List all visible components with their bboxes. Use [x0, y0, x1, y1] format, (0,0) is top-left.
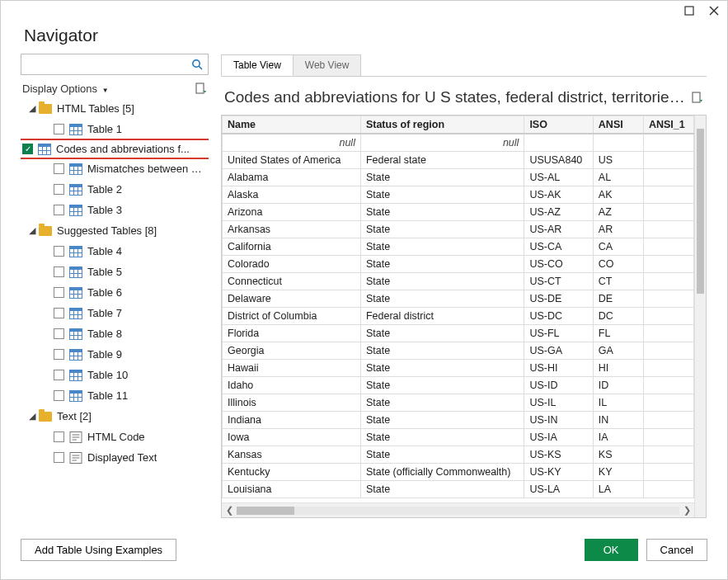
tree-item-checkbox[interactable]	[54, 205, 64, 215]
scroll-track[interactable]	[237, 507, 679, 515]
table-row[interactable]: IndianaStateUS-ININ	[223, 412, 694, 429]
close-icon[interactable]	[709, 6, 719, 16]
tree-item[interactable]: Table 10	[21, 365, 209, 385]
tree-item-checkbox[interactable]	[54, 390, 64, 401]
expander-icon[interactable]: ◢	[27, 411, 37, 422]
expander-icon[interactable]: ◢	[27, 225, 37, 236]
table-row[interactable]: CaliforniaStateUS-CACA	[223, 238, 694, 256]
table-row[interactable]: IowaStateUS-IAIA	[223, 429, 694, 446]
dialog-body: Display Options ▼ ◢HTML Tables [5]Table …	[1, 54, 727, 529]
vertical-scrollbar[interactable]	[694, 116, 706, 517]
table-row[interactable]: GeorgiaStateUS-GAGA	[223, 342, 694, 360]
tree-item[interactable]: Table 2	[21, 179, 209, 200]
tree-item[interactable]: HTML Code	[21, 427, 209, 447]
tree-folder[interactable]: ◢Suggested Tables [8]	[21, 220, 209, 241]
search-input[interactable]	[26, 59, 191, 71]
expander-icon[interactable]: ◢	[27, 103, 37, 114]
table-cell: Illinois	[223, 394, 361, 412]
tree-item[interactable]: Displayed Text	[21, 447, 209, 468]
refresh-icon[interactable]	[194, 82, 207, 95]
scroll-thumb[interactable]	[237, 507, 294, 515]
column-header[interactable]: ISO	[524, 116, 593, 134]
tree-item-label: Displayed Text	[87, 451, 157, 464]
tree-item-label: Table 6	[87, 286, 122, 299]
cancel-button[interactable]: Cancel	[646, 539, 707, 561]
table-row[interactable]: IllinoisStateUS-ILIL	[223, 394, 694, 412]
vscroll-thumb[interactable]	[697, 129, 704, 294]
svg-rect-22	[70, 184, 82, 187]
search-icon[interactable]	[191, 59, 203, 70]
tree-item[interactable]: Table 8	[21, 323, 209, 344]
tree-item[interactable]: Table 1	[21, 119, 209, 139]
navigator-tree[interactable]: ◢HTML Tables [5]Table 1✓Codes and abbrev…	[21, 98, 209, 519]
table-cell: Delaware	[223, 290, 361, 308]
table-row[interactable]: FloridaStateUS-FLFL	[223, 325, 694, 342]
column-header[interactable]: ANSI	[593, 116, 643, 134]
table-row[interactable]: LouisianaStateUS-LALA	[223, 481, 694, 498]
table-cell: State	[360, 221, 524, 238]
display-options-dropdown[interactable]: Display Options ▼	[22, 83, 109, 95]
tree-item[interactable]: Table 6	[21, 282, 209, 303]
tree-item-checkbox[interactable]	[54, 431, 64, 442]
table-cell: State	[360, 446, 524, 464]
tree-item-checkbox[interactable]	[54, 452, 64, 463]
refresh-preview-icon[interactable]	[690, 91, 703, 104]
preview-tab[interactable]: Web View	[293, 54, 362, 76]
tree-item[interactable]: Table 4	[21, 241, 209, 262]
table-row[interactable]: United States of AmericaFederal stateUSU…	[223, 152, 694, 169]
tree-item[interactable]: Table 7	[21, 303, 209, 323]
table-cell: State	[360, 394, 524, 412]
column-header[interactable]: Name	[223, 116, 361, 134]
tree-item-checkbox[interactable]	[54, 349, 64, 360]
tree-item-checkbox[interactable]	[54, 328, 64, 339]
svg-rect-7	[70, 124, 82, 127]
data-grid[interactable]: NameStatus of regionISOANSIANSI_1nullnul…	[222, 116, 694, 498]
table-row[interactable]: KentuckyState (officially Commonwealth)U…	[223, 464, 694, 481]
tree-item-checkbox[interactable]	[54, 124, 64, 134]
tree-item[interactable]: Table 11	[21, 385, 209, 406]
tree-item-checkbox[interactable]	[54, 184, 64, 195]
table-row[interactable]: HawaiiStateUS-HIHI	[223, 360, 694, 377]
column-header[interactable]: Status of region	[360, 116, 524, 134]
table-row[interactable]: AlabamaStateUS-ALAL	[223, 169, 694, 186]
table-row[interactable]: AlaskaStateUS-AKAK	[223, 186, 694, 204]
tree-item[interactable]: Mismatches between USP...	[21, 158, 209, 179]
table-row[interactable]: District of ColumbiaFederal districtUS-D…	[223, 308, 694, 325]
table-row[interactable]: ConnecticutStateUS-CTCT	[223, 273, 694, 290]
tree-item-checkbox[interactable]	[54, 308, 64, 318]
table-row[interactable]: DelawareStateUS-DEDE	[223, 290, 694, 308]
scroll-left-icon[interactable]: ❮	[222, 505, 237, 516]
table-cell: US-IL	[524, 394, 593, 412]
tree-folder[interactable]: ◢HTML Tables [5]	[21, 98, 209, 119]
tree-item[interactable]: Table 5	[21, 262, 209, 282]
ok-button[interactable]: OK	[585, 539, 638, 561]
scroll-right-icon[interactable]: ❯	[679, 505, 694, 516]
table-row[interactable]: ArizonaStateUS-AZAZ	[223, 204, 694, 221]
tree-item-checkbox[interactable]	[54, 370, 64, 380]
table-row[interactable]: ArkansasStateUS-ARAR	[223, 221, 694, 238]
tree-item-checkbox[interactable]	[54, 266, 64, 277]
tree-item[interactable]: Table 3	[21, 200, 209, 220]
tree-item-checkbox[interactable]	[54, 287, 64, 298]
svg-rect-62	[70, 370, 82, 373]
horizontal-scrollbar[interactable]: ❮ ❯	[222, 502, 694, 517]
preview-tab[interactable]: Table View	[221, 54, 294, 76]
add-table-using-examples-button[interactable]: Add Table Using Examples	[21, 539, 176, 561]
column-header[interactable]: ANSI_1	[643, 116, 693, 134]
tree-item[interactable]: ✓Codes and abbreviations f...	[21, 139, 209, 159]
tree-item-checkbox[interactable]	[54, 246, 64, 257]
table-row[interactable]: nullnull	[223, 134, 694, 152]
table-row[interactable]: ColoradoStateUS-COCO	[223, 256, 694, 273]
table-row[interactable]: KansasStateUS-KSKS	[223, 446, 694, 464]
tree-item-checkbox[interactable]: ✓	[22, 144, 33, 154]
table-icon	[69, 328, 82, 340]
tree-item[interactable]: Table 9	[21, 344, 209, 365]
table-row[interactable]: IdahoStateUS-IDID	[223, 377, 694, 394]
search-input-wrapper[interactable]	[21, 54, 209, 75]
tree-folder[interactable]: ◢Text [2]	[21, 406, 209, 427]
table-cell	[643, 134, 693, 152]
table-cell: DE	[593, 290, 643, 308]
maximize-icon[interactable]	[684, 6, 694, 16]
tree-item-checkbox[interactable]	[54, 163, 64, 174]
table-cell: Alabama	[223, 169, 361, 186]
